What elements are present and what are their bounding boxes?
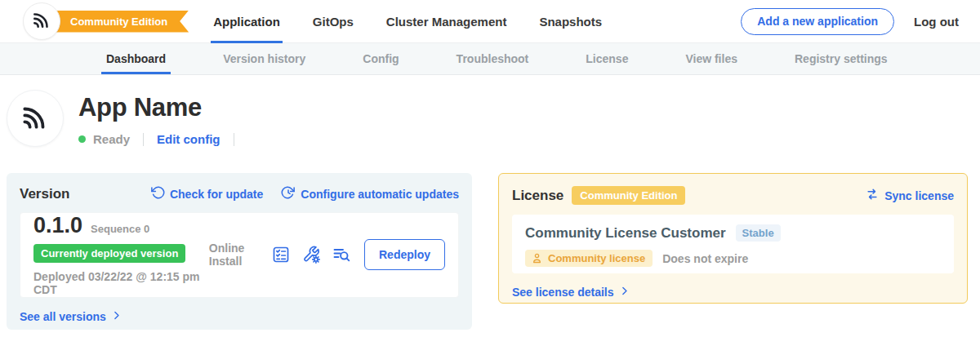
brand: Community Edition [23,2,189,40]
view-logs-icon[interactable] [332,245,351,264]
sub-nav: Dashboard Version history Config Trouble… [0,43,980,75]
subtab-troubleshoot[interactable]: Troubleshoot [457,43,529,74]
version-info: 0.1.0 Sequence 0 Currently deployed vers… [33,213,209,296]
see-license-details-link[interactable]: See license details [512,286,630,299]
edition-ribbon: Community Edition [41,11,189,33]
dashboard-cards: Version Check for update [7,173,968,330]
license-type-badge: Community license [525,250,653,267]
divider [234,133,234,146]
subtab-dashboard[interactable]: Dashboard [106,43,166,74]
subtab-registry-settings[interactable]: Registry settings [795,43,888,74]
refresh-icon [150,185,165,202]
main-tabs: Application GitOps Cluster Management Sn… [213,0,602,43]
tab-application[interactable]: Application [213,0,280,43]
top-nav: Community Edition Application GitOps Clu… [0,0,980,43]
license-customer-name: Community License Customer [525,225,726,242]
deployed-version-badge: Currently deployed version [33,244,185,263]
subtab-config[interactable]: Config [363,43,399,74]
license-details-panel: Community License Customer Stable Commun… [512,215,954,273]
subtab-license[interactable]: License [586,43,628,74]
tab-snapshots[interactable]: Snapshots [539,0,602,43]
install-type-label: Online Install [209,242,257,268]
config-wrench-icon[interactable] [301,245,321,264]
brand-logo-badge [23,2,60,40]
license-card-header: License Community Edition Sync license [512,186,954,205]
divider [143,133,144,146]
status-text: Ready [93,132,130,146]
clock-refresh-icon [281,185,296,202]
deployed-timestamp: Deployed 03/22/22 @ 12:15 pm CDT [33,270,209,296]
app-avatar [7,90,64,147]
sync-license-link[interactable]: Sync license [865,187,954,204]
version-number: 0.1.0 [33,213,82,238]
configure-automatic-updates-link[interactable]: Configure automatic updates [281,185,459,202]
page-title: App Name [78,93,240,122]
see-all-versions-row: See all versions [20,309,459,324]
version-actions: Online Install [209,239,445,270]
preflight-checks-icon[interactable] [271,245,291,264]
replicated-logo-icon [20,101,51,135]
app-header: App Name Ready Edit config [7,90,980,147]
check-for-update-link[interactable]: Check for update [150,185,263,202]
license-expiry-text: Does not expire [662,252,748,265]
tab-cluster-management[interactable]: Cluster Management [386,0,507,43]
replicated-logo-icon [31,9,52,33]
chevron-right-icon [619,286,630,299]
chevron-right-icon [111,310,122,323]
license-card: License Community Edition Sync license [498,173,968,304]
app-header-text: App Name Ready Edit config [78,90,240,147]
edit-config-link[interactable]: Edit config [157,132,220,146]
license-card-title: License [512,188,564,204]
sync-arrows-icon [865,187,880,204]
see-license-details-row: See license details [512,285,954,299]
tab-gitops[interactable]: GitOps [313,0,354,43]
version-card-title: Version [20,186,69,202]
app-status-row: Ready Edit config [78,132,240,146]
version-card: Version Check for update [7,173,472,330]
sequence-label: Sequence 0 [91,223,149,235]
logout-button[interactable]: Log out [914,15,959,29]
subtab-view-files[interactable]: View files [685,43,737,74]
status-dot [78,135,86,143]
see-all-versions-link[interactable]: See all versions [20,310,122,323]
license-edition-badge: Community Edition [572,186,685,205]
channel-badge: Stable [736,224,781,242]
person-icon [531,252,543,264]
subtab-version-history[interactable]: Version history [223,43,305,74]
version-card-header: Version Check for update [20,185,459,202]
redeploy-button[interactable]: Redeploy [364,239,445,270]
current-version-panel: 0.1.0 Sequence 0 Currently deployed vers… [20,212,459,298]
add-new-application-button[interactable]: Add a new application [741,8,894,35]
